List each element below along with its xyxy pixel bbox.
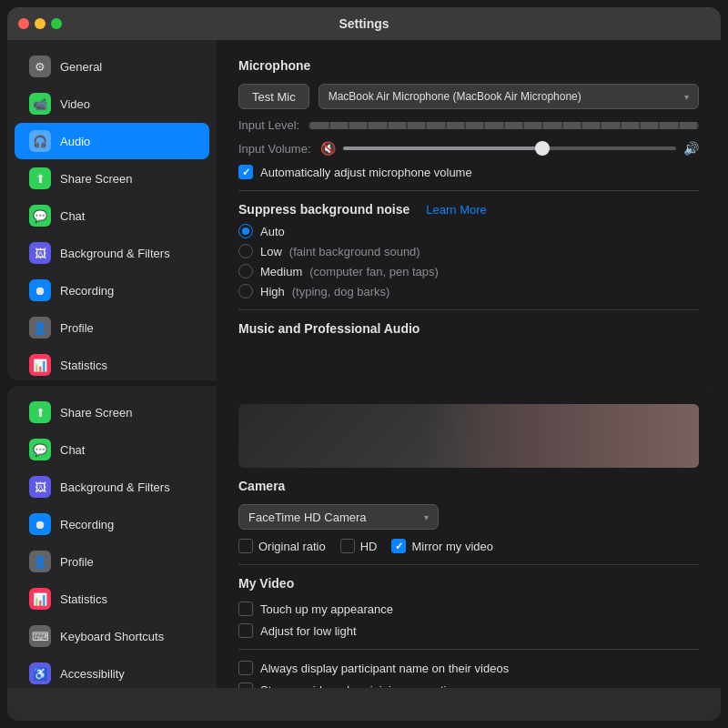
auto-adjust-row: Automatically adjust microphone volume	[238, 165, 699, 179]
sidebar-item-label-statistics: Statistics	[60, 592, 107, 606]
volume-high-icon: 🔊	[683, 141, 699, 156]
sidebar-item-recording[interactable]: ⏺Recording	[15, 506, 209, 542]
camera-options-row: Original ratio HD Mirror my video	[238, 539, 699, 553]
window-body-bottom: ⬆Share Screen💬Chat🖼Background & Filters⏺…	[7, 386, 721, 688]
suppress-noise-row: Suppress background noise Learn More	[238, 202, 699, 217]
level-segment	[524, 122, 541, 129]
settings-window-bottom: ⬆Share Screen💬Chat🖼Background & Filters⏺…	[7, 386, 721, 721]
mic-device-label: MacBook Air Microphone (MacBook Air Micr…	[329, 90, 581, 103]
sidebar-item-share-screen[interactable]: ⬆Share Screen	[15, 160, 209, 197]
checkbox-touch-up[interactable]	[238, 602, 253, 616]
share-screen-icon: ⬆	[29, 401, 51, 423]
general-icon: ⚙	[29, 56, 51, 77]
radio-hint-high: (typing, dog barks)	[292, 285, 390, 298]
input-level-label: Input Level:	[238, 118, 299, 132]
sidebar-item-keyboard[interactable]: ⌨Keyboard Shortcuts	[15, 618, 209, 654]
radio-auto[interactable]	[238, 224, 253, 238]
share-screen-icon: ⬆	[29, 167, 51, 189]
window-body-top: ⚙General📹Video🎧Audio⬆Share Screen💬Chat🖼B…	[7, 40, 721, 380]
sidebar-item-background[interactable]: 🖼Background & Filters	[15, 235, 209, 271]
noise-radio-group: AutoLow (faint background sound)Medium (…	[238, 224, 699, 298]
mirror-checkbox[interactable]	[391, 539, 406, 553]
radio-medium[interactable]	[238, 264, 253, 278]
volume-slider-thumb[interactable]	[535, 141, 550, 156]
close-button[interactable]	[18, 18, 29, 29]
sidebar-item-label-video: Video	[60, 97, 90, 111]
sidebar-item-recording[interactable]: ⏺Recording	[15, 272, 209, 308]
sidebar-item-statistics[interactable]: 📊Statistics	[15, 581, 209, 617]
radio-low[interactable]	[238, 244, 253, 258]
sidebar-item-label-share-screen: Share Screen	[60, 406, 133, 420]
chat-icon: 💬	[29, 205, 51, 227]
volume-slider-track[interactable]	[343, 147, 677, 150]
dropdown-arrow-icon: ▾	[684, 92, 689, 102]
sidebar-item-statistics[interactable]: 📊Statistics	[15, 347, 209, 380]
level-segment	[641, 122, 658, 129]
sidebar-item-chat[interactable]: 💬Chat	[15, 197, 209, 234]
test-mic-button[interactable]: Test Mic	[238, 84, 309, 109]
hd-checkbox[interactable]	[340, 539, 355, 553]
input-volume-label: Input Volume:	[238, 142, 311, 156]
maximize-button[interactable]	[51, 18, 62, 29]
camera-preview	[238, 404, 699, 468]
recording-icon: ⏺	[29, 279, 51, 301]
sidebar-item-background[interactable]: 🖼Background & Filters	[15, 469, 209, 505]
level-segment	[680, 122, 697, 129]
radio-label-high: High	[260, 285, 285, 298]
radio-row-medium: Medium (computer fan, pen taps)	[238, 264, 699, 278]
camera-dropdown[interactable]: FaceTime HD Camera ▾	[238, 504, 439, 530]
checkbox-display-name[interactable]	[238, 661, 253, 675]
level-segment	[563, 122, 581, 129]
sidebar-item-label-profile: Profile	[60, 321, 94, 335]
sidebar-item-share-screen[interactable]: ⬆Share Screen	[15, 394, 209, 430]
level-segment	[602, 122, 619, 129]
volume-low-icon: 🔇	[320, 141, 336, 156]
level-segment	[427, 122, 444, 129]
titlebar: Settings	[7, 7, 721, 40]
checkbox-low-light[interactable]	[238, 623, 253, 638]
mic-device-dropdown[interactable]: MacBook Air Microphone (MacBook Air Micr…	[318, 84, 699, 109]
auto-adjust-label: Automatically adjust microphone volume	[260, 166, 472, 179]
label-stop-video: Stop my video when joining a meeting	[260, 683, 460, 689]
minimize-button[interactable]	[35, 18, 46, 29]
learn-more-link[interactable]: Learn More	[426, 203, 486, 217]
video-icon: 📹	[29, 93, 51, 115]
music-section-title: Music and Professional Audio	[238, 321, 699, 336]
volume-control: 🔇 🔊	[320, 141, 700, 156]
keyboard-icon: ⌨	[29, 625, 51, 647]
sidebar-item-profile[interactable]: 👤Profile	[15, 309, 209, 346]
checkbox-stop-video[interactable]	[238, 682, 253, 688]
radio-high[interactable]	[238, 284, 253, 298]
sidebar-item-chat[interactable]: 💬Chat	[15, 431, 209, 468]
level-segment	[310, 122, 328, 129]
camera-dropdown-arrow-icon: ▾	[424, 512, 429, 522]
original-ratio-label: Original ratio	[258, 540, 326, 553]
settings-window-top: Settings ⚙General📹Video🎧Audio⬆Share Scre…	[7, 7, 721, 380]
radio-label-low: Low	[260, 245, 282, 258]
level-segment	[543, 122, 561, 129]
level-segment	[389, 122, 406, 129]
sidebar-bottom: ⬆Share Screen💬Chat🖼Background & Filters⏺…	[7, 386, 217, 688]
divider-3	[238, 564, 699, 565]
video-options-list: Touch up my appearanceAdjust for low lig…	[238, 602, 699, 638]
sidebar-item-label-keyboard: Keyboard Shortcuts	[60, 630, 164, 643]
sidebar-item-label-background: Background & Filters	[60, 480, 170, 494]
sidebar-item-label-audio: Audio	[60, 135, 90, 148]
level-segment	[369, 122, 386, 129]
auto-adjust-checkbox[interactable]	[238, 165, 253, 179]
sidebar-item-video[interactable]: 📹Video	[15, 86, 209, 122]
divider-1	[238, 190, 699, 191]
sidebar-item-general[interactable]: ⚙General	[15, 48, 209, 85]
statistics-icon: 📊	[29, 588, 51, 610]
sidebar-top: ⚙General📹Video🎧Audio⬆Share Screen💬Chat🖼B…	[7, 40, 217, 380]
sidebar-item-audio[interactable]: 🎧Audio	[15, 123, 209, 159]
accessibility-icon: ♿	[29, 662, 51, 684]
sidebar-item-profile[interactable]: 👤Profile	[15, 543, 209, 580]
divider-4	[238, 649, 699, 650]
level-segment	[408, 122, 425, 129]
original-ratio-checkbox[interactable]	[238, 539, 253, 553]
sidebar-item-accessibility[interactable]: ♿Accessibility	[15, 655, 209, 688]
window-title: Settings	[339, 16, 389, 31]
radio-hint-low: (faint background sound)	[289, 245, 420, 258]
level-segment	[349, 122, 367, 129]
